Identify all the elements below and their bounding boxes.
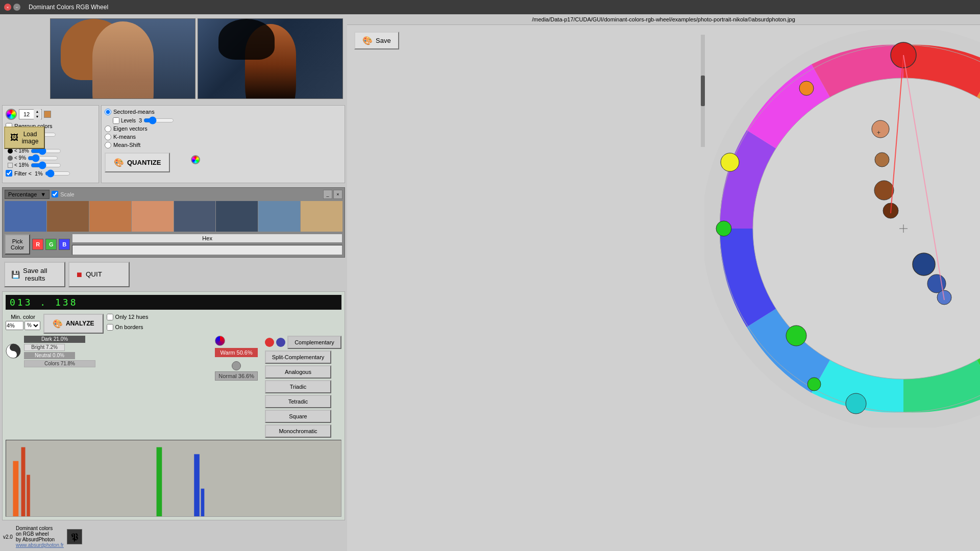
square-button[interactable]: Square [265,410,331,423]
eigen-label: Eigen vectors [113,126,148,132]
filter-white-slider[interactable] [31,162,61,168]
picker-close[interactable]: × [333,190,342,199]
spacer [215,358,258,360]
load-image-button[interactable]: 🖼 Load image [4,127,45,149]
num-colors-spin[interactable]: 12 ▲ ▼ [19,109,42,119]
split-complementary-button[interactable]: Split-Complementary [265,350,331,364]
save-label: Save [376,37,391,44]
scale-checkbox[interactable] [52,191,58,197]
swatch-0[interactable] [5,201,46,232]
quantize-label: QUANTIZE [127,159,161,166]
quantize-button[interactable]: 🎨 QUANTIZE [105,153,170,172]
dot-cyan[interactable] [846,393,866,414]
wheel-scrollbar[interactable] [701,35,705,147]
color-wheel-icon[interactable] [6,109,17,120]
file-path: /media/Data-p17/CUDA/GUI/dominant-colors… [347,14,980,25]
spin-up[interactable]: ▲ [34,109,41,114]
dot-green-bot2[interactable] [807,378,821,391]
swatch-3[interactable] [132,201,174,232]
dot-yellow[interactable] [721,153,739,171]
load-image-label: Load image [21,131,39,145]
cool-icon [232,361,241,370]
dot-blue1[interactable] [913,253,935,276]
branding: v2.0 Dominant colorson RGB wheel by Absu… [0,522,347,551]
picker-minimize[interactable]: _ [323,190,332,199]
percentage-label: Percentage [8,191,37,197]
warm-cool-icon [215,336,225,346]
monochromatic-button[interactable]: Monochromatic [265,424,331,438]
original-image [50,18,195,99]
save-button[interactable]: 🎨 Save [354,32,399,49]
meanshift-label: Mean-Shift [113,142,140,148]
swatch-2[interactable] [89,201,131,232]
sectored-label: Sectored-means [113,109,155,115]
b-channel-button[interactable]: B [59,239,70,250]
meanshift-radio[interactable] [105,142,111,148]
min-color-input[interactable] [6,321,23,330]
sectored-radio[interactable] [105,109,111,115]
quit-button[interactable]: ⏹ QUIT [68,262,130,287]
only-12-hues-checkbox[interactable] [107,314,113,320]
quit-label: QUIT [86,270,102,278]
g-channel-button[interactable]: G [45,239,57,250]
kmeans-radio[interactable] [105,134,111,140]
hex-input[interactable] [72,245,342,255]
min-color-select[interactable]: % [24,321,40,330]
dark-stat: Dark 21.0% [24,336,85,343]
swatch-5[interactable] [216,201,258,232]
scale-label: Scale [60,191,75,197]
on-borders-checkbox[interactable] [107,324,113,331]
histogram [6,440,341,517]
dot-skin3[interactable] [874,181,894,200]
branding-title: Dominant colorson RGB wheel [16,525,64,537]
filter-lt-checkbox[interactable] [6,170,12,177]
color-preview[interactable] [44,111,51,118]
cursor-indicator: + [877,129,880,136]
brand-logo: 𝕻 [67,529,82,544]
tetradic-button[interactable]: Tetradic [265,395,331,408]
eigen-radio[interactable] [105,126,111,132]
levels-checkbox[interactable] [113,117,119,124]
minimize-button[interactable]: − [13,4,20,11]
wheel-scroll-thumb[interactable] [701,76,705,106]
dot-green-left[interactable] [716,221,731,236]
pick-color-button[interactable]: PickColor [5,234,30,255]
swatch-1[interactable] [47,201,89,232]
only-12-hues-label: Only 12 hues [115,314,149,320]
pick-color-label: PickColor [11,238,24,251]
filter-lt-label: Filter < [14,170,32,177]
bright-stat: Bright 7.2% [24,344,65,351]
black-dot [8,148,13,154]
on-borders-label: On borders [115,324,143,330]
comp-swatch-red [265,338,274,347]
complementary-button[interactable]: Complementary [287,336,341,349]
r-channel-button[interactable]: R [32,239,43,250]
analogous-button[interactable]: Analogous [265,365,331,379]
svg-point-1 [12,346,15,349]
swatch-6[interactable] [258,201,300,232]
num-colors-input[interactable]: 12 [19,110,34,119]
triadic-button[interactable]: Triadic [265,380,331,393]
filter-lt-slider[interactable] [45,169,70,178]
color-wheel-svg: + [704,30,980,428]
close-button[interactable]: × [4,4,11,11]
dot-orange[interactable] [799,81,814,95]
colors-stat: Colors 71.8% [24,360,95,367]
percentage-selector[interactable]: Percentage ▼ [5,190,50,199]
analyze-label: ANALYZE [66,320,94,327]
swatch-4[interactable] [174,201,216,232]
filter-gray-slider[interactable] [28,155,58,161]
hex-button[interactable]: Hex [72,234,342,243]
comp-swatch-blue [276,338,285,347]
dot-green-bottom[interactable] [786,325,806,346]
save-all-button[interactable]: 💾 Save allresults [4,262,65,287]
color-swatches [5,201,342,232]
dot-skin2[interactable] [875,153,889,167]
analyze-button[interactable]: 🎨 ANALYZE [43,314,104,334]
spin-down[interactable]: ▼ [34,114,41,119]
filter-white-label: < 18% [14,162,29,168]
numeric-display: 013 . 138 [6,295,341,310]
branding-website[interactable]: www.absurdphoton.fr [16,542,64,548]
swatch-7[interactable] [301,201,342,232]
levels-slider[interactable] [143,117,174,123]
